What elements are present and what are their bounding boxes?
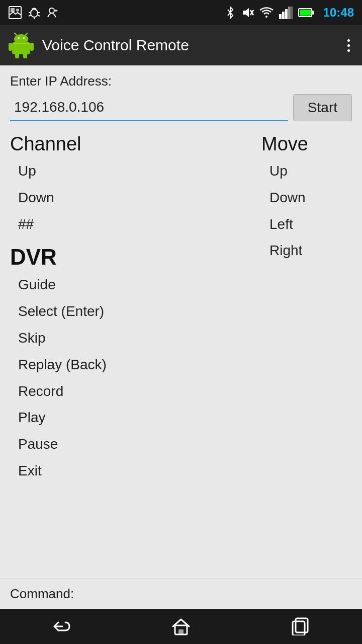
- app-bar: Voice Control Remote: [0, 25, 362, 65]
- svg-rect-22: [312, 11, 314, 15]
- svg-rect-34: [13, 43, 29, 44]
- dvr-exit: Exit: [10, 458, 251, 485]
- svg-point-15: [265, 16, 267, 18]
- status-time: 10:48: [323, 6, 354, 20]
- svg-point-3: [31, 9, 38, 17]
- main-content: Enter IP Address: Start Channel Up Down …: [0, 65, 362, 493]
- app-title: Voice Control Remote: [42, 37, 343, 54]
- home-button[interactable]: [156, 614, 206, 639]
- svg-line-9: [38, 15, 40, 16]
- svg-rect-38: [293, 621, 305, 635]
- ip-input[interactable]: [10, 94, 288, 121]
- move-left: Left: [261, 211, 352, 238]
- dvr-record: Record: [10, 378, 251, 405]
- start-button[interactable]: Start: [293, 94, 352, 121]
- dvr-guide: Guide: [10, 272, 251, 298]
- bluetooth-icon: [225, 6, 236, 20]
- svg-point-26: [18, 37, 20, 39]
- command-label: Command:: [10, 586, 74, 601]
- svg-rect-17: [282, 12, 285, 19]
- signal-icon: [279, 6, 293, 19]
- dvr-title: DVR: [10, 245, 251, 270]
- channel-column: Channel Up Down ## DVR Guide Select (Ent…: [10, 131, 251, 485]
- battery-icon: [298, 7, 314, 18]
- svg-point-4: [32, 9, 34, 11]
- activity-icon: [46, 6, 60, 20]
- svg-rect-37: [296, 618, 308, 632]
- svg-rect-32: [15, 53, 19, 58]
- svg-rect-33: [23, 53, 27, 58]
- channel-down: Down: [10, 185, 251, 211]
- dvr-play: Play: [10, 405, 251, 431]
- gallery-icon: [8, 6, 22, 20]
- dvr-select: Select (Enter): [10, 298, 251, 325]
- channel-hash: ##: [10, 211, 251, 238]
- ip-row: Start: [10, 94, 352, 121]
- status-bar: 10:48: [0, 0, 362, 25]
- svg-rect-23: [300, 10, 311, 16]
- svg-rect-31: [30, 43, 34, 51]
- svg-marker-12: [243, 8, 249, 17]
- command-bar: Command:: [0, 579, 362, 609]
- move-up: Up: [261, 158, 352, 185]
- back-button[interactable]: [35, 614, 85, 639]
- dvr-replay: Replay (Back): [10, 352, 251, 378]
- nav-bar: [0, 609, 362, 644]
- recents-button[interactable]: [277, 614, 327, 639]
- mute-icon: [241, 6, 254, 19]
- debug-icon: [27, 6, 41, 20]
- overflow-menu-button[interactable]: [343, 35, 354, 56]
- move-title: Move: [261, 133, 352, 155]
- svg-point-5: [35, 9, 37, 11]
- channel-move-columns: Channel Up Down ## DVR Guide Select (Ent…: [10, 131, 352, 485]
- svg-rect-30: [9, 43, 12, 51]
- move-down: Down: [261, 185, 352, 211]
- svg-rect-16: [279, 14, 282, 19]
- svg-line-28: [15, 33, 17, 35]
- svg-line-29: [25, 33, 28, 35]
- wifi-icon: [259, 7, 274, 19]
- ip-label: Enter IP Address:: [10, 73, 352, 89]
- move-column: Move Up Down Left Right: [251, 131, 352, 485]
- svg-point-25: [14, 34, 28, 44]
- svg-point-27: [23, 37, 25, 39]
- channel-up: Up: [10, 158, 251, 185]
- svg-line-8: [29, 15, 31, 16]
- svg-point-11: [49, 8, 54, 13]
- status-right: 10:48: [225, 6, 354, 20]
- svg-rect-36: [178, 629, 184, 634]
- app-logo: [8, 32, 34, 58]
- dvr-pause: Pause: [10, 431, 251, 458]
- channel-title: Channel: [10, 133, 251, 155]
- svg-rect-20: [291, 7, 293, 19]
- svg-rect-18: [285, 9, 288, 19]
- svg-rect-1: [11, 8, 15, 12]
- dvr-skip: Skip: [10, 325, 251, 352]
- move-right: Right: [261, 237, 352, 264]
- svg-point-2: [16, 9, 19, 12]
- svg-rect-19: [288, 7, 291, 19]
